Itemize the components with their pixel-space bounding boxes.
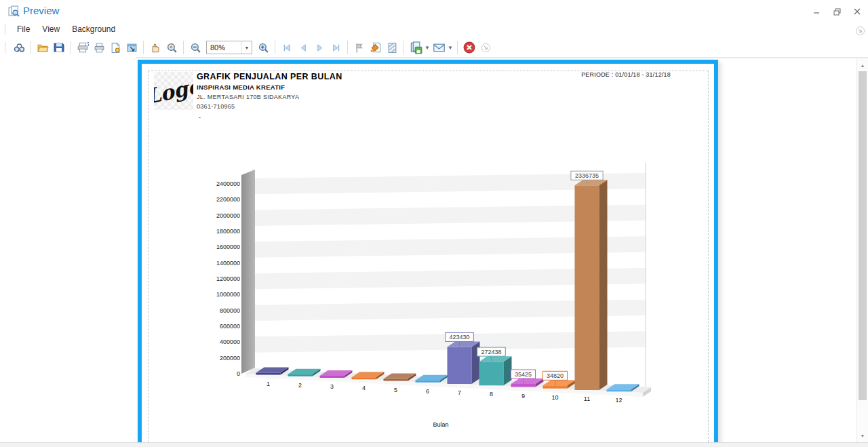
minimize-button[interactable] (811, 7, 822, 16)
report-note: - (199, 114, 201, 121)
svg-text:12: 12 (615, 397, 622, 404)
close-preview-button[interactable] (461, 39, 477, 56)
svg-text:200000: 200000 (220, 355, 240, 362)
menu-background[interactable]: Background (66, 22, 121, 37)
title-bar: Preview (0, 0, 868, 20)
report-company: INSPIRASI MEDIA KREATIF (197, 83, 285, 91)
preview-pane: Logo GRAFIK PENJUALAN PER BULAN INSPIRAS… (0, 58, 856, 442)
svg-text:600000: 600000 (220, 323, 240, 330)
background-fill-button[interactable] (368, 39, 384, 56)
svg-text:2000000: 2000000 (216, 212, 240, 219)
company-logo: Logo (154, 72, 193, 110)
margin-guide-right (708, 71, 709, 442)
open-button[interactable] (35, 39, 51, 56)
window-title: Preview (23, 5, 59, 16)
pan-button[interactable] (147, 39, 163, 56)
minimize-icon (813, 8, 820, 15)
last-page-icon (331, 43, 341, 53)
horizontal-scrollbar-track[interactable] (0, 442, 868, 447)
outline-button[interactable] (351, 39, 368, 56)
zoom-dropdown-arrow-icon[interactable]: ▼ (241, 41, 252, 54)
zoom-out-button[interactable] (187, 39, 203, 56)
zoom-in-icon (258, 42, 269, 54)
svg-text:1600000: 1600000 (216, 244, 240, 250)
toolbar: ? (0, 38, 868, 57)
svg-text:6: 6 (426, 388, 429, 395)
zoom-tool-icon (166, 42, 178, 54)
menu-bar: File View Background (0, 20, 868, 38)
watermark-button[interactable] (384, 39, 400, 56)
svg-text:1: 1 (267, 381, 270, 387)
report-title: GRAFIK PENJUALAN PER BULAN (197, 72, 342, 81)
svg-text:3: 3 (330, 383, 334, 390)
zoom-in-button[interactable] (255, 39, 271, 56)
svg-text:800000: 800000 (220, 307, 240, 314)
svg-text:400000: 400000 (220, 338, 240, 345)
scrollbar-thumb[interactable] (859, 71, 867, 400)
restore-icon (833, 8, 841, 16)
page-size-button[interactable] (123, 39, 140, 56)
save-button[interactable] (51, 39, 67, 56)
email-dropdown-icon[interactable]: ▼ (447, 45, 454, 51)
collapse-circle-icon (481, 43, 491, 53)
find-button[interactable] (11, 39, 27, 56)
report-page: Logo GRAFIK PENJUALAN PER BULAN INSPIRAS… (138, 60, 718, 442)
svg-text:423430: 423430 (449, 334, 469, 341)
zoom-out-icon (190, 42, 201, 54)
margin-guide-left (148, 71, 149, 442)
svg-text:7: 7 (458, 389, 461, 396)
save-icon (54, 42, 64, 53)
menu-file[interactable]: File (11, 22, 36, 37)
hand-icon (149, 41, 161, 54)
svg-text:1800000: 1800000 (216, 228, 240, 235)
svg-text:2200000: 2200000 (216, 196, 240, 203)
last-page-button[interactable] (328, 39, 344, 56)
find-icon (14, 42, 25, 54)
toolbar-grip (5, 42, 5, 53)
vertical-scrollbar[interactable]: ▲ ▼ (856, 58, 868, 442)
logo-text: Logo (154, 73, 193, 108)
previous-page-button[interactable] (295, 39, 311, 56)
first-page-button[interactable] (279, 39, 295, 56)
zoom-value: 80% (207, 43, 241, 52)
svg-text:35425: 35425 (515, 371, 532, 378)
report-periode: PERIODE : 01/01/18 - 31/12/18 (581, 71, 671, 78)
open-folder-icon (37, 42, 49, 54)
export-save-icon (410, 41, 422, 54)
menu-view[interactable]: View (36, 22, 66, 37)
watermark-icon (387, 42, 398, 54)
svg-text:?: ? (87, 41, 89, 47)
export-button[interactable] (408, 39, 424, 56)
page-settings-button[interactable] (107, 39, 123, 56)
next-page-icon (315, 43, 325, 53)
export-dropdown-icon[interactable]: ▼ (424, 45, 431, 51)
zoom-combobox[interactable]: 80% ▼ (206, 41, 252, 54)
svg-text:1200000: 1200000 (216, 275, 240, 282)
printer-icon (94, 42, 105, 54)
svg-text:9: 9 (521, 393, 525, 400)
svg-text:1400000: 1400000 (216, 260, 240, 267)
next-page-button[interactable] (311, 39, 328, 56)
preview-app-icon (8, 5, 20, 17)
svg-text:34820: 34820 (547, 372, 564, 379)
previous-page-icon (298, 43, 309, 53)
scroll-down-icon[interactable]: ▼ (857, 430, 868, 441)
email-button[interactable] (431, 39, 447, 56)
svg-text:1000000: 1000000 (216, 291, 240, 298)
paint-bucket-icon (370, 41, 382, 54)
svg-text:4: 4 (362, 385, 366, 391)
restore-button[interactable] (831, 7, 842, 16)
scroll-up-icon[interactable]: ▲ (857, 60, 868, 71)
close-icon (854, 8, 861, 15)
svg-text:272438: 272438 (481, 349, 501, 355)
close-preview-icon (463, 41, 475, 54)
zoom-tool-button[interactable] (163, 39, 180, 56)
first-page-icon (282, 43, 292, 53)
email-icon (433, 41, 446, 54)
collapse-button[interactable] (477, 39, 494, 56)
help-circle-icon[interactable] (855, 26, 865, 36)
close-window-button[interactable] (852, 7, 863, 16)
report-address: JL. MERTASARI 170B SIDAKARYA (197, 94, 299, 100)
print-dialog-button[interactable]: ? (75, 39, 91, 56)
quick-print-button[interactable] (91, 39, 107, 56)
